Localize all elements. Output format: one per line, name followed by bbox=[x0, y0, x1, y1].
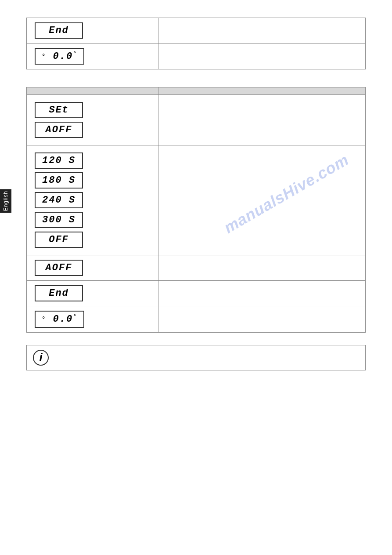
table-row: AOFF bbox=[27, 255, 366, 281]
lcd-set-display: SEt bbox=[35, 102, 150, 118]
lcd-120s-display: 120 S bbox=[35, 152, 150, 169]
aoff-desc bbox=[158, 255, 366, 281]
temp2-desc bbox=[158, 306, 366, 332]
timer-displays: 120 S 180 S 240 S 300 S OFF bbox=[35, 150, 150, 250]
end-desc bbox=[158, 281, 366, 306]
lcd-300s: 300 S bbox=[35, 212, 83, 228]
aoff-cell: AOFF bbox=[27, 255, 158, 281]
table-row: 120 S 180 S 240 S 300 S OFF bbox=[27, 145, 366, 255]
lcd-set: SEt bbox=[35, 102, 83, 118]
set-aoff-displays: SEt AOFF bbox=[35, 99, 150, 141]
set-aoff-cell: SEt AOFF bbox=[27, 95, 158, 145]
degree-suffix2: ° bbox=[73, 313, 77, 320]
lcd-end-display: End bbox=[35, 22, 83, 39]
lcd-300s-display: 300 S bbox=[35, 212, 150, 228]
end-cell: End bbox=[27, 281, 158, 306]
lcd-off: OFF bbox=[35, 232, 83, 248]
degree-prefix: ° bbox=[42, 53, 46, 60]
top-table-temp-cell: ° 0.0° bbox=[27, 44, 158, 69]
degree-suffix: ° bbox=[73, 51, 77, 57]
lcd-180s-display: 180 S bbox=[35, 172, 150, 189]
lcd-aoff2: AOFF bbox=[35, 260, 83, 276]
english-language-label: English bbox=[0, 189, 11, 213]
lcd-aoff1-display: AOFF bbox=[35, 122, 150, 138]
table-row: End bbox=[27, 281, 366, 306]
temp2-cell: ° 0.0° bbox=[27, 306, 158, 332]
table-row: ° 0.0° bbox=[27, 306, 366, 332]
lcd-temp-display: ° 0.0° bbox=[35, 48, 84, 65]
timer-options-cell: 120 S 180 S 240 S 300 S OFF bbox=[27, 145, 158, 255]
main-table-col2-header bbox=[158, 87, 366, 95]
lcd-180s: 180 S bbox=[35, 172, 83, 189]
top-table-end-desc bbox=[158, 18, 366, 44]
table-row: ° 0.0° bbox=[27, 44, 366, 69]
lcd-temp2: ° 0.0° bbox=[35, 311, 84, 327]
lcd-end2: End bbox=[35, 285, 83, 301]
info-box: i bbox=[26, 345, 366, 370]
top-table: End ° 0.0° bbox=[26, 18, 366, 69]
main-table: SEt AOFF 120 S 180 S bbox=[26, 87, 366, 332]
info-icon: i bbox=[33, 350, 49, 366]
table-header-row bbox=[27, 87, 366, 95]
lcd-120s: 120 S bbox=[35, 152, 83, 169]
timer-options-desc bbox=[158, 145, 366, 255]
lcd-240s: 240 S bbox=[35, 192, 83, 208]
top-table-end-cell: End bbox=[27, 18, 158, 44]
lcd-240s-display: 240 S bbox=[35, 192, 150, 208]
table-row: End bbox=[27, 18, 366, 44]
top-table-temp-desc bbox=[158, 44, 366, 69]
lcd-aoff1: AOFF bbox=[35, 122, 83, 138]
set-aoff-desc bbox=[158, 95, 366, 145]
degree-prefix2: ° bbox=[42, 316, 46, 323]
main-table-col1-header bbox=[27, 87, 158, 95]
table-row: SEt AOFF bbox=[27, 95, 366, 145]
lcd-off-display: OFF bbox=[35, 232, 150, 248]
